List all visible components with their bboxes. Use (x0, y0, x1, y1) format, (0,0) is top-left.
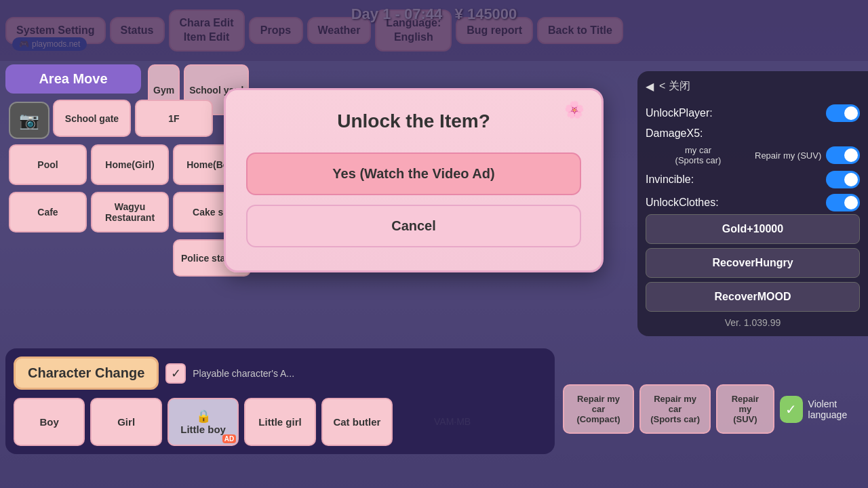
ad-badge: AD (222, 434, 236, 443)
char-checkbox[interactable]: ✓ (165, 363, 186, 384)
character-change-panel: Character Change ✓ Playable character's … (5, 348, 555, 454)
area-1f-button[interactable]: 1F (135, 100, 213, 137)
char-girl-button[interactable]: Girl (90, 398, 161, 446)
damage-x5-toggle[interactable] (826, 146, 860, 164)
repair-compact-button[interactable]: Repair my car(Compact) (563, 384, 634, 434)
char-catbutler-button[interactable]: Cat butler (321, 398, 393, 446)
damage-car-options: my car(Sports car) Repair my (SUV) (646, 145, 860, 165)
dialog-decoration: 🌸 (564, 100, 585, 119)
unlock-player-label: UnlockPlayer: (646, 107, 713, 119)
unlock-clothes-label: UnlockClothes: (646, 197, 719, 209)
character-grid: Boy Girl 🔒 Little boy AD Little girl Cat… (14, 398, 547, 446)
recover-mood-button[interactable]: RecoverMOOD (646, 282, 860, 312)
area-wagyu-button[interactable]: WagyuRestaurant (91, 192, 169, 232)
violent-language-label: Violent language (808, 399, 868, 420)
close-arrow-icon: ◀ (646, 80, 654, 93)
damage-sportscar-label: my car(Sports car) (646, 145, 751, 165)
unlock-player-toggle[interactable] (826, 104, 860, 122)
unlock-player-row: UnlockPlayer: (646, 102, 860, 125)
unlock-dialog-title: Unlock the Item? (246, 110, 581, 132)
gold-button[interactable]: Gold+10000 (646, 214, 860, 244)
repair-suv-label: Repair my (SUV) (755, 150, 821, 161)
cancel-button[interactable]: Cancel (246, 205, 581, 247)
char-boy-button[interactable]: Boy (14, 398, 85, 446)
area-pool-button[interactable]: Pool (9, 144, 87, 185)
char-littleboy-button[interactable]: 🔒 Little boy AD (167, 398, 239, 446)
recover-hungry-button[interactable]: RecoverHungry (646, 248, 860, 278)
area-move-button[interactable]: Area Move (5, 64, 141, 94)
lock-icon: 🔒 (196, 409, 211, 423)
area-homegirl-button[interactable]: Home(Girl) (91, 144, 169, 185)
yes-watch-ad-button[interactable]: Yes (Watch the Video Ad) (246, 152, 581, 195)
unlock-clothes-toggle[interactable] (826, 194, 860, 211)
area-cafe-button[interactable]: Cafe (9, 192, 87, 232)
invincible-label: Invincible: (646, 174, 694, 186)
version-label: Ver. 1.039.99 (646, 317, 860, 328)
character-change-button[interactable]: Character Change (14, 357, 159, 390)
char-panel-header: Character Change ✓ Playable character's … (14, 357, 547, 390)
repair-suv-button[interactable]: Repair my(SUV) (716, 384, 774, 434)
camera-icon: 📷 (19, 111, 39, 130)
unlock-dialog: 🌸 Unlock the Item? Yes (Watch the Video … (224, 88, 604, 272)
area-schoolgate-button[interactable]: School gate (53, 100, 131, 137)
mod-panel: ◀ < 关闭 UnlockPlayer: DamageX5: my car(Sp… (637, 71, 868, 336)
repair-sportscar-button[interactable]: Repair my car(Sports car) (639, 384, 711, 434)
char-description: Playable character's A... (193, 368, 294, 379)
invincible-toggle[interactable] (826, 171, 860, 188)
damage-x5-label: DamageX5: (646, 125, 860, 142)
invincible-row: Invincible: (646, 168, 860, 191)
confirm-repair-button[interactable]: ✓ (780, 396, 803, 423)
unlock-clothes-row: UnlockClothes: (646, 191, 860, 214)
close-label: < 关闭 (659, 79, 690, 94)
camera-button[interactable]: 📷 (9, 102, 50, 139)
mod-panel-close-button[interactable]: ◀ < 关闭 (646, 79, 860, 94)
char-littlegirl-button[interactable]: Little girl (244, 398, 315, 446)
